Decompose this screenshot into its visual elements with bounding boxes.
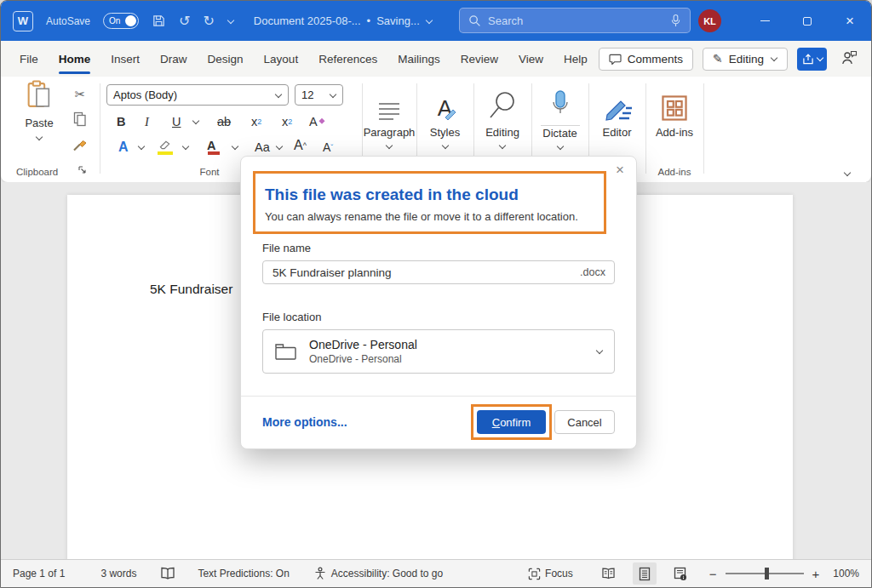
editing-magnifier-icon [488,84,517,122]
document-title[interactable]: Document 2025-08-... [254,14,361,27]
file-location-dropdown[interactable]: OneDrive - Personal OneDrive - Personal [262,329,615,374]
paragraph-chevron-icon [386,142,393,150]
accessibility-label: Accessibility: Good to go [331,568,443,579]
redo-icon[interactable]: ↻ [203,14,214,28]
save-icon[interactable] [152,14,166,28]
shrink-font-letter: A [323,140,330,154]
accessibility-status[interactable]: Accessibility: Good to go [313,567,443,580]
status-bar: Page 1 of 1 3 words Text Predictions: On… [1,559,871,587]
clipboard-dialog-launcher-icon[interactable] [77,163,87,178]
cut-icon[interactable]: ✂ [69,83,91,106]
web-layout-button[interactable] [668,562,692,585]
quick-access-chevron-icon[interactable] [227,17,235,25]
search-box[interactable] [459,8,691,33]
font-color-button[interactable]: A [207,136,215,155]
dialog-close-icon[interactable]: × [616,162,624,179]
cancel-button[interactable]: Cancel [554,410,615,434]
file-location-label: File location [262,311,321,323]
underline-button[interactable]: U [172,112,181,131]
font-size-combo[interactable]: 12 [295,84,343,106]
styles-icon: A [438,84,452,122]
focus-icon [528,568,541,580]
superscript-button[interactable]: x2 [282,112,292,131]
word-window: W AutoSave On ↺ ↻ Document 2025-08-... •… [0,0,872,588]
share-person-icon[interactable] [841,50,858,68]
tab-home[interactable]: Home [49,41,101,77]
tab-layout[interactable]: Layout [254,41,309,77]
tab-review[interactable]: Review [450,41,508,77]
autosave-state: On [109,16,120,26]
highlight-button[interactable] [158,136,173,155]
title-chevron-icon[interactable] [426,17,433,25]
tab-help[interactable]: Help [554,41,598,77]
text-effects-button[interactable]: A [118,138,129,157]
zoom-out-button[interactable]: − [709,567,717,581]
highlight-color-bar [158,151,173,155]
font-color-icon: A [207,139,215,152]
file-extension: .docx [580,266,605,278]
strikethrough-button[interactable]: ab [217,112,231,131]
underline-chevron-icon[interactable] [192,117,199,125]
zoom-in-button[interactable]: + [812,567,820,581]
document-text[interactable]: 5K Fundraiser [150,282,232,297]
zoom-slider-thumb[interactable] [765,568,769,579]
tab-file[interactable]: File [9,41,49,77]
page-indicator[interactable]: Page 1 of 1 [13,568,65,579]
paste-button[interactable]: Paste [14,80,64,145]
confirm-initial: C [492,416,500,429]
grow-font-mark: ^ [303,141,307,150]
word-count[interactable]: 3 words [100,568,136,579]
microphone-icon[interactable] [670,14,681,27]
font-color-chevron-icon[interactable] [231,143,238,151]
grow-font-button[interactable]: A^ [294,136,307,155]
share-button[interactable] [797,48,827,71]
tab-view[interactable]: View [508,41,554,77]
confirm-button[interactable]: Confirm [477,410,546,434]
clear-formatting-button[interactable]: A [309,112,325,131]
zoom-level[interactable]: 100% [833,568,859,579]
proofing-icon[interactable] [160,567,175,580]
maximize-button[interactable] [786,1,829,41]
file-name-input[interactable] [262,260,615,284]
text-effects-chevron-icon[interactable] [137,143,145,151]
autosave-toggle[interactable]: On [103,13,139,29]
focus-button[interactable]: Focus [528,568,573,580]
highlight-chevron-icon[interactable] [181,143,189,151]
addins-group-label: Add-ins [645,167,703,177]
comments-button[interactable]: Comments [599,48,693,71]
bold-button[interactable]: B [117,112,125,131]
cloud-file-dialog: × This file was created in the cloud You… [240,156,637,449]
more-options-link[interactable]: More options... [262,415,347,429]
copy-icon[interactable] [69,108,91,130]
read-mode-button[interactable] [597,562,621,585]
tab-design[interactable]: Design [198,41,254,77]
shrink-font-button[interactable]: Aˇ [323,138,333,157]
comments-label: Comments [628,53,683,66]
saving-status: Saving... [376,14,420,27]
format-painter-icon[interactable] [69,133,91,155]
close-button[interactable]: × [829,1,871,41]
change-case-button[interactable]: Aa [255,138,270,157]
text-predictions[interactable]: Text Predictions: On [198,568,289,579]
zoom-slider[interactable] [726,573,804,574]
search-input[interactable] [488,14,663,27]
editing-mode-button[interactable]: ✎ Editing [703,48,788,71]
minimize-button[interactable] [743,1,786,41]
change-case-chevron-icon[interactable] [275,143,283,151]
tab-draw[interactable]: Draw [150,41,198,77]
collapse-ribbon-chevron-icon[interactable] [843,169,851,177]
maximize-icon [803,17,812,26]
highlighter-icon [158,139,173,152]
tab-insert[interactable]: Insert [100,41,150,77]
paste-chevron-icon[interactable] [36,134,43,141]
tab-references[interactable]: References [308,41,387,77]
subscript-button[interactable]: x2 [251,112,261,131]
avatar[interactable]: KL [698,9,721,32]
print-layout-button[interactable] [633,562,657,585]
word-app-icon: W [13,11,33,31]
italic-button[interactable]: I [145,112,149,131]
undo-icon[interactable]: ↺ [179,14,190,28]
title-bar: W AutoSave On ↺ ↻ Document 2025-08-... •… [1,1,871,41]
font-name-combo[interactable]: Aptos (Body) [106,84,289,106]
tab-mailings[interactable]: Mailings [387,41,450,77]
